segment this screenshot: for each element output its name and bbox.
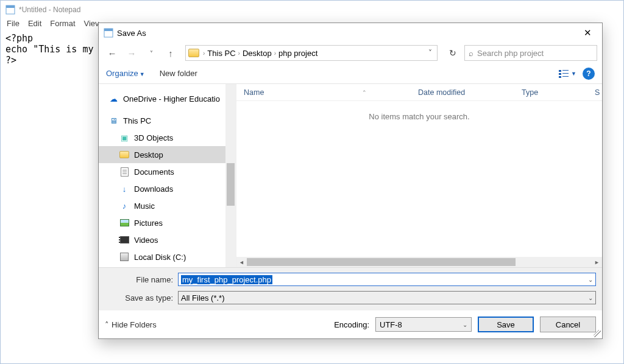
sidebar-item-label: 3D Objects <box>134 133 173 142</box>
sidebar-item-label: OneDrive - Higher Educatio <box>123 94 220 103</box>
sidebar-item-label: Downloads <box>134 184 173 194</box>
notepad-titlebar: *Untitled - Notepad <box>1 1 623 19</box>
forward-button[interactable]: → <box>123 45 140 61</box>
svg-rect-9 <box>562 76 569 77</box>
new-folder-button[interactable]: New folder <box>160 69 197 78</box>
sidebar-scrollbar[interactable] <box>225 84 236 267</box>
column-headers: Name⌃ Date modified Type S <box>236 84 602 101</box>
chevron-down-icon[interactable]: ⌄ <box>588 276 593 283</box>
organize-button[interactable]: Organize▼ <box>106 69 145 78</box>
notepad-window: *Untitled - Notepad File Edit Format Vie… <box>0 0 624 364</box>
save-button[interactable]: Save <box>478 317 534 332</box>
svg-rect-3 <box>104 29 113 31</box>
sidebar-item-music[interactable]: ♪Music <box>99 197 225 214</box>
folder-icon <box>188 49 199 57</box>
save-as-dialog: Save As ✕ ← → ˅ ↑ › This PC › Desktop › … <box>98 23 603 339</box>
col-name[interactable]: Name⌃ <box>236 88 411 97</box>
sidebar-item-label: Videos <box>134 236 158 245</box>
col-date[interactable]: Date modified <box>411 88 514 97</box>
nav-sidebar: ☁OneDrive - Higher Educatio🖥This PC▣3D O… <box>99 84 225 267</box>
sidebar-item-folder[interactable]: Desktop <box>99 146 225 163</box>
breadcrumb-bar[interactable]: › This PC › Desktop › php project ˅ <box>185 45 438 61</box>
search-icon: ⌕ <box>469 49 473 58</box>
encoding-label: Encoding: <box>334 320 369 329</box>
sidebar-item-label: This PC <box>123 116 151 125</box>
svg-rect-8 <box>559 76 561 78</box>
recent-dropdown[interactable]: ˅ <box>143 45 160 61</box>
crumb-phpproject[interactable]: php project <box>278 49 317 58</box>
button-row: ˄Hide Folders Encoding: UTF-8 ⌄ Save Can… <box>99 310 602 338</box>
form-area: File name: my_first_php_project.php ⌄ Sa… <box>99 267 602 310</box>
menu-view[interactable]: Viev <box>84 19 99 28</box>
sidebar-item-label: Pictures <box>134 219 163 228</box>
col-type[interactable]: Type <box>514 88 587 97</box>
savetype-label: Save as type: <box>105 293 178 303</box>
encoding-select[interactable]: UTF-8 ⌄ <box>375 317 472 332</box>
file-pane: Name⌃ Date modified Type S No items matc… <box>236 84 602 267</box>
file-hscrollbar[interactable]: ◄ ► <box>236 257 602 267</box>
dialog-body: ☁OneDrive - Higher Educatio🖥This PC▣3D O… <box>99 84 602 267</box>
dialog-icon <box>104 28 113 38</box>
menu-format[interactable]: Format <box>50 19 75 28</box>
col-size[interactable]: S <box>587 88 602 97</box>
sidebar-item-down[interactable]: ↓Downloads <box>99 180 225 197</box>
filename-value: my_first_php_project.php <box>181 275 272 284</box>
crumb-thispc[interactable]: This PC <box>207 49 235 58</box>
sidebar-item-label: Documents <box>134 167 174 177</box>
sidebar-item-label: Desktop <box>134 150 163 159</box>
savetype-value: All Files (*.*) <box>181 293 225 303</box>
refresh-button[interactable]: ↻ <box>444 45 462 61</box>
empty-message: No items match your search. <box>236 101 602 257</box>
chevron-down-icon[interactable]: ˅ <box>428 49 434 57</box>
filename-input[interactable]: my_first_php_project.php ⌄ <box>178 273 596 286</box>
cancel-button[interactable]: Cancel <box>540 317 596 332</box>
svg-rect-7 <box>562 73 569 74</box>
chevron-icon: › <box>203 50 205 57</box>
up-button[interactable]: ↑ <box>162 45 179 61</box>
nav-row: ← → ˅ ↑ › This PC › Desktop › php projec… <box>99 43 602 63</box>
sidebar-item-disk[interactable]: Local Disk (C:) <box>99 248 225 265</box>
resize-grip-icon[interactable] <box>594 330 601 337</box>
sidebar-item-pc[interactable]: 🖥This PC <box>99 112 225 129</box>
svg-rect-6 <box>559 73 561 75</box>
notepad-title: *Untitled - Notepad <box>19 5 80 14</box>
encoding-value: UTF-8 <box>380 320 402 329</box>
menu-edit[interactable]: Edit <box>28 19 41 28</box>
chevron-up-icon: ˄ <box>105 320 109 329</box>
chevron-icon: › <box>274 50 276 57</box>
sidebar-item-label: Local Disk (C:) <box>134 253 186 262</box>
svg-rect-4 <box>559 70 561 72</box>
chevron-down-icon[interactable]: ⌄ <box>588 295 593 301</box>
svg-rect-5 <box>562 70 569 71</box>
back-button[interactable]: ← <box>104 45 121 61</box>
dialog-toolbar: Organize▼ New folder ▼ ? <box>99 63 602 84</box>
sidebar-item-cloud[interactable]: ☁OneDrive - Higher Educatio <box>99 90 225 107</box>
chevron-icon: › <box>238 50 240 57</box>
sidebar-item-doc[interactable]: Documents <box>99 163 225 180</box>
sidebar-item-3d[interactable]: ▣3D Objects <box>99 129 225 146</box>
sidebar-item-label: Music <box>134 201 155 211</box>
sidebar-item-pic[interactable]: Pictures <box>99 214 225 231</box>
dialog-titlebar: Save As ✕ <box>99 23 602 43</box>
dialog-title: Save As <box>117 29 146 38</box>
chevron-down-icon[interactable]: ⌄ <box>463 321 467 328</box>
scroll-right-icon[interactable]: ► <box>592 259 602 265</box>
crumb-desktop[interactable]: Desktop <box>243 49 272 58</box>
savetype-select[interactable]: All Files (*.*) ⌄ <box>178 291 596 304</box>
close-button[interactable]: ✕ <box>578 27 597 38</box>
sidebar-item-vid[interactable]: Videos <box>99 231 225 248</box>
scroll-left-icon[interactable]: ◄ <box>236 259 247 265</box>
notepad-icon <box>5 5 15 15</box>
menu-file[interactable]: File <box>7 19 20 28</box>
search-input[interactable]: ⌕ Search php project <box>464 45 597 61</box>
view-options-button[interactable]: ▼ <box>559 69 576 78</box>
filename-label: File name: <box>105 275 178 284</box>
svg-rect-1 <box>6 5 15 8</box>
help-button[interactable]: ? <box>583 68 595 80</box>
hide-folders-button[interactable]: ˄Hide Folders <box>105 320 157 329</box>
sort-caret-icon: ⌃ <box>362 89 367 96</box>
search-placeholder: Search php project <box>477 49 544 58</box>
